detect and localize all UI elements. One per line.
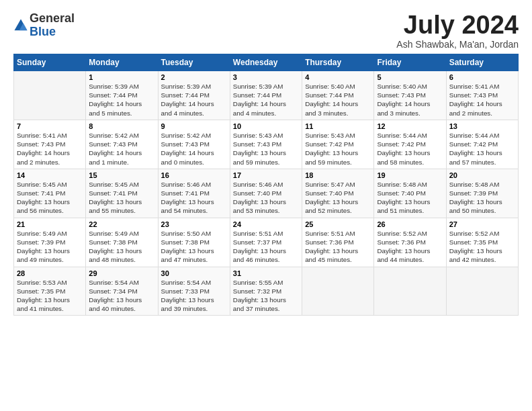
day-info: Sunrise: 5:44 AMSunset: 7:42 PMDaylight:… (449, 131, 515, 167)
day-info: Sunrise: 5:39 AMSunset: 7:44 PMDaylight:… (89, 82, 154, 118)
calendar-table: Sunday Monday Tuesday Wednesday Thursday… (13, 54, 519, 316)
title-block: July 2024 Ash Shawbak, Ma'an, Jordan (396, 12, 519, 50)
table-row: 25Sunrise: 5:51 AMSunset: 7:36 PMDayligh… (302, 218, 374, 267)
day-number: 11 (305, 122, 371, 130)
location-subtitle: Ash Shawbak, Ma'an, Jordan (396, 39, 519, 50)
table-row: 14Sunrise: 5:45 AMSunset: 7:41 PMDayligh… (14, 169, 86, 218)
table-row (302, 267, 374, 316)
day-info: Sunrise: 5:49 AMSunset: 7:39 PMDaylight:… (17, 229, 83, 265)
table-row: 29Sunrise: 5:54 AMSunset: 7:34 PMDayligh… (86, 267, 158, 316)
day-info: Sunrise: 5:44 AMSunset: 7:42 PMDaylight:… (377, 131, 443, 167)
day-info: Sunrise: 5:45 AMSunset: 7:41 PMDaylight:… (17, 180, 83, 216)
day-info: Sunrise: 5:47 AMSunset: 7:40 PMDaylight:… (305, 180, 371, 216)
day-number: 2 (161, 73, 227, 81)
logo-general-text: General (30, 11, 75, 25)
header-thursday: Thursday (302, 54, 374, 71)
table-row: 2Sunrise: 5:39 AMSunset: 7:44 PMDaylight… (158, 71, 230, 120)
day-number: 3 (233, 73, 299, 81)
table-row: 7Sunrise: 5:41 AMSunset: 7:43 PMDaylight… (14, 120, 86, 169)
day-info: Sunrise: 5:50 AMSunset: 7:38 PMDaylight:… (161, 229, 227, 265)
page-header: General Blue July 2024 Ash Shawbak, Ma'a… (13, 12, 519, 50)
day-info: Sunrise: 5:43 AMSunset: 7:43 PMDaylight:… (233, 131, 299, 167)
month-title: July 2024 (396, 12, 519, 38)
logo-blue-text: Blue (30, 25, 56, 38)
day-info: Sunrise: 5:40 AMSunset: 7:44 PMDaylight:… (305, 82, 371, 118)
header-wednesday: Wednesday (230, 54, 302, 71)
calendar-week-row: 21Sunrise: 5:49 AMSunset: 7:39 PMDayligh… (14, 218, 519, 267)
day-number: 13 (449, 122, 515, 130)
table-row (374, 267, 446, 316)
header-friday: Friday (374, 54, 446, 71)
header-saturday: Saturday (446, 54, 518, 71)
table-row: 20Sunrise: 5:48 AMSunset: 7:39 PMDayligh… (446, 169, 518, 218)
table-row: 11Sunrise: 5:43 AMSunset: 7:42 PMDayligh… (302, 120, 374, 169)
day-info: Sunrise: 5:46 AMSunset: 7:40 PMDaylight:… (233, 180, 299, 216)
day-number: 25 (305, 220, 371, 228)
day-info: Sunrise: 5:52 AMSunset: 7:36 PMDaylight:… (377, 229, 443, 265)
logo-icon (13, 18, 28, 33)
header-sunday: Sunday (14, 54, 86, 71)
header-tuesday: Tuesday (158, 54, 230, 71)
table-row: 3Sunrise: 5:39 AMSunset: 7:44 PMDaylight… (230, 71, 302, 120)
calendar-week-row: 28Sunrise: 5:53 AMSunset: 7:35 PMDayligh… (14, 267, 519, 316)
day-number: 1 (89, 73, 154, 81)
table-row: 23Sunrise: 5:50 AMSunset: 7:38 PMDayligh… (158, 218, 230, 267)
day-number: 23 (161, 220, 227, 228)
table-row: 13Sunrise: 5:44 AMSunset: 7:42 PMDayligh… (446, 120, 518, 169)
day-info: Sunrise: 5:42 AMSunset: 7:43 PMDaylight:… (89, 131, 154, 167)
day-number: 15 (89, 171, 154, 179)
day-number: 10 (233, 122, 299, 130)
day-info: Sunrise: 5:40 AMSunset: 7:43 PMDaylight:… (377, 82, 443, 118)
day-info: Sunrise: 5:52 AMSunset: 7:35 PMDaylight:… (449, 229, 515, 265)
table-row: 21Sunrise: 5:49 AMSunset: 7:39 PMDayligh… (14, 218, 86, 267)
header-monday: Monday (86, 54, 158, 71)
day-info: Sunrise: 5:51 AMSunset: 7:37 PMDaylight:… (233, 229, 299, 265)
day-info: Sunrise: 5:39 AMSunset: 7:44 PMDaylight:… (161, 82, 227, 118)
table-row: 28Sunrise: 5:53 AMSunset: 7:35 PMDayligh… (14, 267, 86, 316)
table-row (446, 267, 518, 316)
day-info: Sunrise: 5:48 AMSunset: 7:39 PMDaylight:… (449, 180, 515, 216)
day-number: 28 (17, 269, 83, 277)
day-info: Sunrise: 5:54 AMSunset: 7:34 PMDaylight:… (89, 278, 154, 314)
table-row: 31Sunrise: 5:55 AMSunset: 7:32 PMDayligh… (230, 267, 302, 316)
day-number: 24 (233, 220, 299, 228)
day-info: Sunrise: 5:46 AMSunset: 7:41 PMDaylight:… (161, 180, 227, 216)
day-number: 17 (233, 171, 299, 179)
table-row: 15Sunrise: 5:45 AMSunset: 7:41 PMDayligh… (86, 169, 158, 218)
table-row: 9Sunrise: 5:42 AMSunset: 7:43 PMDaylight… (158, 120, 230, 169)
day-number: 29 (89, 269, 154, 277)
calendar-header-row: Sunday Monday Tuesday Wednesday Thursday… (14, 54, 519, 71)
day-info: Sunrise: 5:41 AMSunset: 7:43 PMDaylight:… (17, 131, 83, 167)
table-row (14, 71, 86, 120)
table-row: 26Sunrise: 5:52 AMSunset: 7:36 PMDayligh… (374, 218, 446, 267)
table-row: 24Sunrise: 5:51 AMSunset: 7:37 PMDayligh… (230, 218, 302, 267)
day-number: 19 (377, 171, 443, 179)
table-row: 1Sunrise: 5:39 AMSunset: 7:44 PMDaylight… (86, 71, 158, 120)
table-row: 6Sunrise: 5:41 AMSunset: 7:43 PMDaylight… (446, 71, 518, 120)
table-row: 8Sunrise: 5:42 AMSunset: 7:43 PMDaylight… (86, 120, 158, 169)
table-row: 12Sunrise: 5:44 AMSunset: 7:42 PMDayligh… (374, 120, 446, 169)
day-number: 16 (161, 171, 227, 179)
day-info: Sunrise: 5:51 AMSunset: 7:36 PMDaylight:… (305, 229, 371, 265)
day-info: Sunrise: 5:41 AMSunset: 7:43 PMDaylight:… (449, 82, 515, 118)
calendar-week-row: 7Sunrise: 5:41 AMSunset: 7:43 PMDaylight… (14, 120, 519, 169)
table-row: 16Sunrise: 5:46 AMSunset: 7:41 PMDayligh… (158, 169, 230, 218)
day-info: Sunrise: 5:42 AMSunset: 7:43 PMDaylight:… (161, 131, 227, 167)
day-number: 4 (305, 73, 371, 81)
day-number: 27 (449, 220, 515, 228)
logo: General Blue (13, 12, 75, 39)
day-info: Sunrise: 5:48 AMSunset: 7:40 PMDaylight:… (377, 180, 443, 216)
day-number: 12 (377, 122, 443, 130)
day-number: 30 (161, 269, 227, 277)
day-number: 14 (17, 171, 83, 179)
day-number: 26 (377, 220, 443, 228)
day-number: 8 (89, 122, 154, 130)
table-row: 30Sunrise: 5:54 AMSunset: 7:33 PMDayligh… (158, 267, 230, 316)
day-info: Sunrise: 5:55 AMSunset: 7:32 PMDaylight:… (233, 278, 299, 314)
day-info: Sunrise: 5:45 AMSunset: 7:41 PMDaylight:… (89, 180, 154, 216)
day-info: Sunrise: 5:49 AMSunset: 7:38 PMDaylight:… (89, 229, 154, 265)
day-number: 9 (161, 122, 227, 130)
calendar-week-row: 1Sunrise: 5:39 AMSunset: 7:44 PMDaylight… (14, 71, 519, 120)
day-number: 7 (17, 122, 83, 130)
day-number: 6 (449, 73, 515, 81)
